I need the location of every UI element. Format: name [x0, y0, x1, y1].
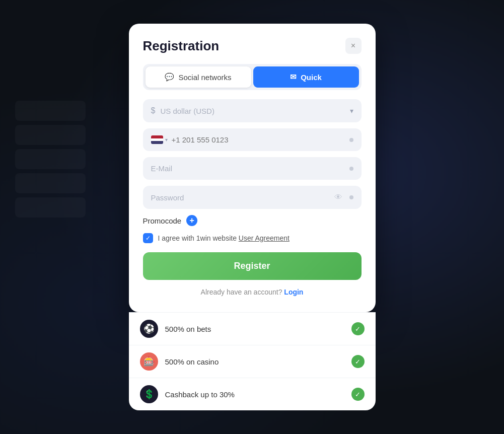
background-sidebar: [15, 101, 86, 218]
email-dot-indicator: [349, 167, 353, 171]
promocode-row: Promocode +: [143, 215, 362, 226]
tab-social-label: Social networks: [178, 73, 231, 82]
currency-input[interactable]: [160, 107, 344, 115]
password-field: 👁: [143, 186, 362, 209]
phone-input[interactable]: [172, 135, 345, 144]
casino-icon: 🎰: [140, 352, 158, 371]
login-link[interactable]: Login: [284, 288, 303, 296]
currency-icon: $: [151, 106, 156, 115]
country-selector[interactable]: ▾: [151, 135, 168, 144]
quick-icon: ✉: [290, 73, 297, 82]
tab-row: 💬 Social networks ✉ Quick: [143, 64, 362, 90]
email-input[interactable]: [151, 164, 344, 173]
flag-chevron-icon: ▾: [165, 137, 168, 142]
phone-field: ▾: [143, 128, 362, 151]
soccer-icon: ⚽: [140, 320, 158, 338]
bonus-cashback-item: 💲 Cashback up to 30% ✓: [129, 378, 376, 410]
agreement-row: ✓ I agree with 1win website User Agreeme…: [143, 233, 362, 243]
phone-dot-indicator: [349, 138, 353, 142]
cashback-icon: 💲: [140, 385, 158, 403]
bonus-panel: ⚽ 500% on bets ✓ 🎰 500% on casino ✓ 💲 Ca…: [129, 312, 376, 410]
bonus-casino-item: 🎰 500% on casino ✓: [129, 345, 376, 378]
add-promocode-button[interactable]: +: [186, 215, 197, 226]
bonus-cashback-check-icon: ✓: [351, 388, 365, 401]
tab-social-networks[interactable]: 💬 Social networks: [146, 66, 251, 88]
promocode-label: Promocode: [143, 216, 182, 225]
bonus-bets-item: ⚽ 500% on bets ✓: [129, 313, 376, 345]
bonus-bets-text: 500% on bets: [165, 325, 344, 333]
us-flag: [151, 135, 163, 144]
tab-quick-label: Quick: [301, 73, 322, 82]
registration-modal: Registration × 💬 Social networks ✉ Quick…: [129, 24, 376, 312]
modal-header: Registration ×: [143, 38, 362, 54]
bonus-cashback-text: Cashback up to 30%: [165, 390, 344, 399]
close-button[interactable]: ×: [345, 38, 362, 54]
user-agreement-link[interactable]: User Agreement: [239, 234, 290, 242]
password-dot-indicator: [349, 195, 353, 199]
chevron-down-icon: ▾: [350, 107, 353, 115]
register-button[interactable]: Register: [143, 252, 362, 280]
bonus-bets-check-icon: ✓: [351, 322, 365, 335]
social-icon: 💬: [165, 73, 174, 82]
eye-icon[interactable]: 👁: [334, 193, 342, 202]
agreement-checkbox[interactable]: ✓: [143, 233, 153, 243]
bonus-casino-check-icon: ✓: [351, 355, 365, 368]
tab-quick[interactable]: ✉ Quick: [253, 66, 359, 88]
bonus-casino-text: 500% on casino: [165, 357, 344, 366]
login-row: Already have an account? Login: [143, 288, 362, 296]
currency-field[interactable]: $ ▾: [143, 99, 362, 122]
password-input[interactable]: [151, 193, 329, 202]
agreement-text: I agree with 1win website User Agreement: [158, 234, 290, 242]
modal-title: Registration: [143, 38, 220, 54]
email-field: [143, 157, 362, 180]
checkmark-icon: ✓: [146, 235, 151, 242]
login-prompt-text: Already have an account?: [201, 288, 282, 296]
modal-wrapper: Registration × 💬 Social networks ✉ Quick…: [129, 24, 376, 410]
